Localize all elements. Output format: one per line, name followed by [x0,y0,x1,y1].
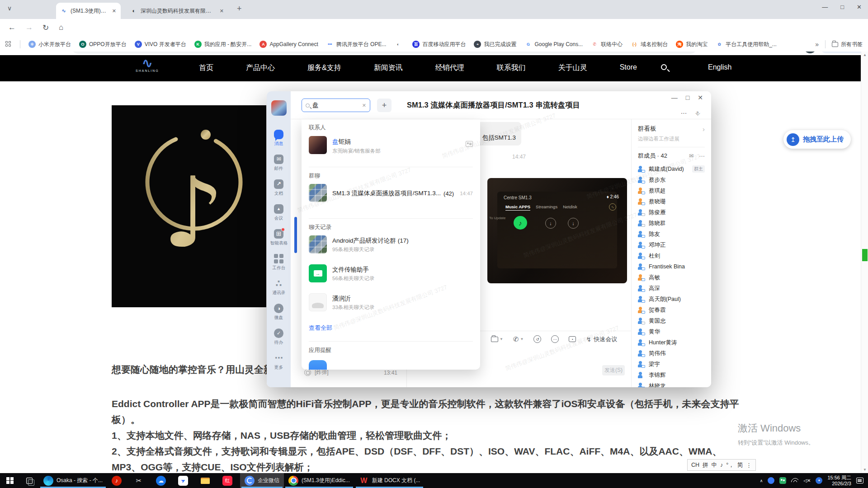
all-bookmarks-button[interactable]: 所有书签 [832,41,863,48]
clear-search-icon[interactable]: ✕ [362,103,366,108]
member-row[interactable]: 高敏 群主 [638,272,705,283]
call-button[interactable]: ✆▼ [513,335,524,343]
member-row[interactable]: 梁宇 群主 [638,359,705,370]
message-photo[interactable]: Centre SM1.3 ♦ 2:46 Music APPS Streaming… [487,178,627,283]
ime-segment[interactable]: °， [726,461,734,469]
reload-button[interactable]: ↻ [42,23,49,33]
chat-list-item[interactable]: [炸弹] 13:41 [304,369,404,376]
minimize-button[interactable]: — [822,4,828,10]
taskbar-item[interactable] [151,473,174,488]
member-row[interactable]: 高天朗(Paul) 群主 [638,294,705,305]
voice-message-button[interactable]: ↺ [533,335,541,343]
site-nav-link[interactable]: 经销代理 [435,63,464,73]
member-row[interactable]: 高深 群主 [638,283,705,294]
bookmark-item[interactable]: G Google Play Cons... [524,41,583,48]
chat-more-icon[interactable]: ⋯ [681,109,687,117]
member-row[interactable]: 蔡晓珊 群主 [638,196,705,207]
member-row[interactable]: 林晓龙 群主 [638,380,705,387]
chat-history-button[interactable]: • [569,336,576,342]
site-nav-link[interactable]: 首页 [199,63,213,73]
search-input[interactable] [312,102,359,109]
tab-search-icon[interactable]: ∨ [7,5,12,12]
bookmarks-more-icon[interactable]: » [815,41,819,48]
new-tab-button[interactable]: + [237,4,242,14]
site-search-icon[interactable] [661,64,667,70]
wecom-maximize-button[interactable]: □ [686,94,689,101]
page-scrollbar[interactable]: ▲ ▼ [861,52,868,473]
member-row[interactable]: 陈友 群主 [638,229,705,239]
bookmark-item[interactable]: ✆ 联络中心 [591,41,623,48]
ime-segment[interactable]: ♪ [720,462,723,468]
add-button[interactable]: + [377,99,392,112]
members-more-icon[interactable]: ⋯ [699,153,705,160]
ime-segment[interactable]: 拼 [703,461,708,469]
member-row[interactable]: Frantisek Bina 群主 [638,261,705,272]
taskbar-item[interactable]: Osaka - 搜索 - 个... [39,473,107,488]
sidebar-item[interactable]: 微盘 [267,300,291,324]
browser-tab-inactive[interactable]: ◐ 深圳山灵数码科技发展有限公司 ✕ [126,3,228,19]
close-button[interactable]: ✕ [857,4,862,10]
browser-tab-active[interactable]: ∿ (SM1.3使用)Eddict Controller ✕ [56,3,121,19]
send-button[interactable]: 发送(S) [602,365,625,375]
ime-segment[interactable]: 简 [737,461,743,469]
site-nav-link[interactable]: 产品中心 [246,63,275,73]
notification-center-icon[interactable] [856,478,863,483]
security-tray-icon[interactable]: ✦ [816,477,822,484]
file-attach-button[interactable]: ▼ [491,337,503,342]
taskbar-item[interactable] [196,473,218,488]
taskbar-item[interactable] [174,473,196,488]
drag-upload-button[interactable]: ↥ 拖拽至此上传 [783,130,851,149]
search-box[interactable]: ✕ [302,99,370,112]
bookmark-item[interactable]: A AppGallery Connect [259,41,318,48]
message-all-icon[interactable]: ✉ [689,153,693,159]
member-row[interactable]: Hunter黄涛 群主 [638,337,705,348]
contact-card-icon[interactable] [466,141,473,147]
tray-expand-icon[interactable]: ∧ [760,479,763,483]
group-board-link[interactable]: 群看板 › [638,125,705,133]
member-row[interactable]: 陈俊雁 群主 [638,207,705,218]
site-nav-link[interactable]: 联系我们 [497,63,526,73]
invite-member-icon[interactable]: ⎀ [695,109,700,117]
app-reminder-icon[interactable] [309,360,327,370]
wecom-tray-icon[interactable] [768,477,774,484]
member-row[interactable]: 陈晓群 群主 [638,218,705,229]
ime-toolbar[interactable]: CH拼中♪°，简⋮ [687,459,756,471]
tab-close-icon[interactable]: ✕ [220,8,224,14]
bookmark-item[interactable]: 淘 我的淘宝 [676,41,708,48]
wechat-tray-icon[interactable] [779,477,786,484]
apps-grid-icon[interactable] [5,41,12,47]
bookmark-item[interactable]: ◓ 我已完成设置 [474,41,516,48]
bookmark-item[interactable]: K 我的应用 - 酷安开... [194,41,252,48]
member-row[interactable]: 蔡琪超 群主 [638,185,705,196]
member-row[interactable]: 简伟伟 群主 [638,348,705,359]
ime-segment[interactable]: CH [691,462,699,468]
taskbar-item[interactable] [129,473,151,488]
site-nav-link[interactable]: 关于山灵 [558,63,587,73]
bookmark-item[interactable]: 百 百度移动应用平台 [412,41,466,48]
site-logo[interactable]: ∿ SHANLING [136,57,159,72]
site-nav-link[interactable]: 新闻资讯 [374,63,403,73]
taskbar-item[interactable]: 新建 DOCX 文档 (... [354,473,425,488]
member-row[interactable]: 杜剑 群主 [638,250,705,261]
taskbar-item[interactable] [218,473,240,488]
maximize-button[interactable]: □ [840,4,844,10]
sidebar-item[interactable]: 更多 [267,349,291,374]
site-nav-link[interactable]: Store [620,63,637,73]
bookmark-item[interactable]: ✻ 小米开放平台 [28,41,71,48]
sidebar-item[interactable]: 工作台 [267,250,291,275]
wecom-minimize-button[interactable]: — [671,94,678,101]
ime-segment[interactable]: ⋮ [746,462,752,469]
task-view-button[interactable] [20,473,39,488]
more-tools-button[interactable]: ⋯ [551,335,559,343]
member-row[interactable]: 李锦辉 群主 [638,370,705,380]
ime-segment[interactable]: 中 [712,461,717,469]
bookmark-item[interactable]: ✿ 平台工具使用帮助_... [716,41,777,48]
taskbar-item[interactable] [107,473,129,488]
scroll-down-icon[interactable]: ▼ [863,468,867,472]
sidebar-item[interactable]: 邮件 [267,150,291,175]
tab-close-icon[interactable]: ✕ [112,8,116,14]
home-button[interactable]: ⌂ [59,23,63,32]
site-nav-link[interactable]: 服务&支持 [307,63,341,73]
sidebar-item[interactable]: 通讯录 [267,275,291,300]
user-avatar[interactable] [271,100,287,116]
